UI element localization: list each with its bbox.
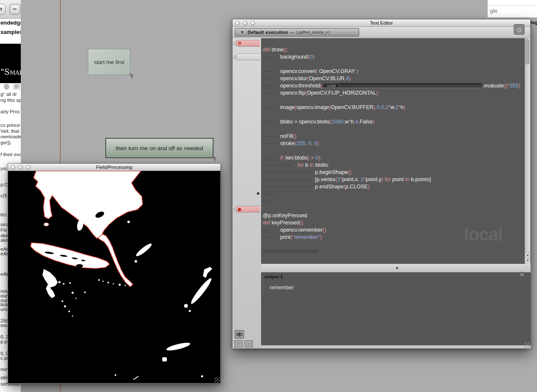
code-text: def keyPressed(): <box>261 220 304 226</box>
code-line[interactable]: image(opencv.image(OpenCV.BUFFER),0,0,2*… <box>261 104 526 111</box>
code-line[interactable] <box>261 205 526 212</box>
divider-handle-icon[interactable] <box>396 267 398 269</box>
watermark-label: local <box>464 224 503 245</box>
note-box-toggle[interactable]: then turn me on and off as needed <box>105 138 214 158</box>
code-line[interactable]: opencv.threshold(0.026.evaluate()*255) <box>261 82 526 90</box>
code-token: "remember" <box>292 234 321 240</box>
breakpoint-dot-icon[interactable] <box>257 192 259 195</box>
code-line[interactable]: stroke(255, 0, 0) <box>261 140 526 147</box>
resize-grip-icon[interactable] <box>214 377 220 383</box>
scroll-up-icon[interactable]: ▲ <box>525 252 530 258</box>
note-handle-icon[interactable] <box>128 73 134 79</box>
code-token: draw <box>272 47 283 53</box>
code-line[interactable]: p.beginShape() <box>261 169 526 176</box>
indent-whisker <box>262 201 276 202</box>
window-bottom-strip <box>261 345 531 348</box>
code-token: opencv.blur <box>280 76 307 81</box>
indent-whisker <box>262 237 276 238</box>
code-text <box>261 148 263 154</box>
browser-search-field[interactable]: gle <box>487 0 537 18</box>
code-token: for <box>298 162 305 168</box>
code-text <box>261 97 263 103</box>
processing-canvas[interactable] <box>8 171 220 383</box>
code-line[interactable] <box>261 190 526 198</box>
code-line[interactable] <box>261 97 526 104</box>
tab-default-execution[interactable]: ▼ Default execution — ( python_source_v … <box>235 28 359 36</box>
browser-text-fragment: ysi <box>0 166 6 171</box>
code-token: , <box>358 176 361 182</box>
code-line[interactable]: if (len(blobs) > 0): <box>261 154 526 162</box>
code-line[interactable]: p.endShape(p.CLOSE) <box>261 183 526 190</box>
marker-dot-icon <box>238 208 241 211</box>
marker-button[interactable]: ▪ <box>245 340 253 347</box>
code-token: p.beginShape <box>315 169 348 175</box>
editor-left-rail: ↩ ▪ <box>233 38 261 348</box>
code-line[interactable]: def draw(): <box>261 46 526 53</box>
code-token: h <box>401 104 404 110</box>
marker-ring-icon <box>238 42 241 45</box>
watch-button[interactable] <box>235 330 244 339</box>
code-token: (): <box>283 47 288 53</box>
note-box-start[interactable]: start me first <box>88 49 130 75</box>
code-token: ) <box>376 90 378 96</box>
code-token: ) <box>404 104 405 110</box>
slider-value: 0.026 <box>323 84 339 88</box>
code-token: () <box>348 169 351 175</box>
note-handle-icon[interactable] <box>211 156 216 162</box>
scrollbar-arrows: ▲ ▼ <box>525 252 530 263</box>
code-line[interactable]: for b in blobs: <box>261 162 526 169</box>
code-token: p.CLOSE <box>346 184 368 190</box>
code-line[interactable]: opencv.convert( OpenCV.GRAY ) <box>261 68 526 75</box>
code-line[interactable]: opencv.blur(OpenCV.BLUR,4) <box>261 75 526 82</box>
resize-grip-icon[interactable] <box>524 342 530 348</box>
indent-whisker <box>262 158 276 158</box>
execution-marker-pill[interactable] <box>235 53 260 60</box>
pane-divider[interactable] <box>261 264 531 272</box>
code-line[interactable] <box>261 111 526 118</box>
code-line[interactable]: blobs = opencv.blobs(1000,w*h,4,False) <box>261 118 526 126</box>
code-token: @p.onKeyPressed <box>263 213 307 218</box>
threshold-slider[interactable]: 0.026 <box>322 83 482 88</box>
code-line[interactable]: @p.onKeyPressed <box>261 212 526 219</box>
code-line[interactable]: background(0) <box>261 53 526 61</box>
code-token: 1000 <box>332 119 343 125</box>
gear-icon[interactable]: ⚙ <box>514 25 525 35</box>
code-line[interactable]: opencv.flip(OpenCV.FLIP_HORIZONTAL) <box>261 90 526 97</box>
execution-marker-pill[interactable] <box>235 206 260 213</box>
code-token: ) <box>381 176 385 182</box>
swap-icon[interactable]: ⇄ <box>0 4 6 15</box>
chevron-down-icon[interactable]: ▼ <box>240 30 244 34</box>
scrollbar-thumb[interactable] <box>526 39 529 64</box>
browser-text-fragment: Vell, that <box>0 129 19 134</box>
code-token: ): <box>318 155 322 161</box>
lock-icon[interactable] <box>520 273 524 276</box>
code-token: if ( <box>280 155 286 161</box>
scissors-icon[interactable]: ✂ <box>9 4 20 15</box>
execution-marker-pill[interactable] <box>235 40 260 47</box>
indent-whisker <box>262 194 276 194</box>
code-line[interactable] <box>261 61 526 68</box>
code-line[interactable]: ###################### <box>261 248 526 255</box>
code-line[interactable]: [p.vertex(2*point.x, 2*point.y) for poin… <box>261 176 526 183</box>
indent-whisker <box>262 143 276 144</box>
code-token: 4 <box>346 76 349 81</box>
code-line[interactable]: noFill() <box>261 133 526 140</box>
code-token: False <box>360 119 373 125</box>
scroll-down-icon[interactable]: ▼ <box>525 258 530 263</box>
indent-whisker <box>262 230 276 230</box>
output-header: output 1 <box>264 274 283 279</box>
code-token: , <box>305 140 308 146</box>
code-token: ) > <box>308 155 315 161</box>
code-line[interactable] <box>261 126 526 133</box>
undo-button[interactable]: ↩ <box>234 340 243 347</box>
code-token: blobs = opencv.blobs <box>280 119 330 125</box>
code-line[interactable] <box>261 198 526 205</box>
code-scrollbar[interactable]: ▲ ▼ <box>525 38 530 264</box>
search-input[interactable]: gle <box>490 8 498 14</box>
indent-whisker <box>262 57 276 57</box>
code-line[interactable] <box>261 147 526 154</box>
code-token: opencv.convert <box>280 68 316 74</box>
code-token: ( <box>320 83 322 89</box>
processing-titlebar[interactable]: Field/Processing <box>8 164 220 171</box>
editor-titlebar[interactable]: Text Editor <box>233 20 530 27</box>
